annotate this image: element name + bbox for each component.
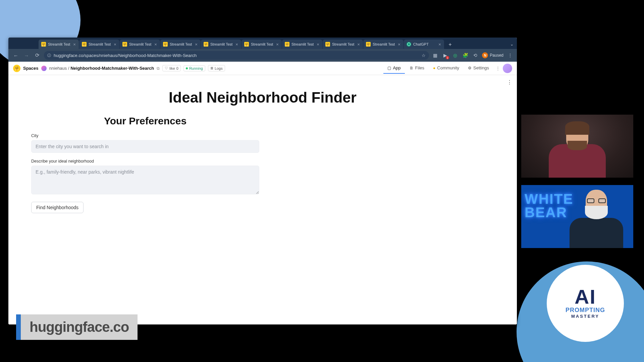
close-tab-icon[interactable]: ×: [113, 42, 117, 47]
breadcrumb[interactable]: nniehaus / Neighborhood-Matchmaker-With-…: [49, 66, 154, 71]
forward-button[interactable]: →: [22, 51, 31, 59]
extensions-icon[interactable]: 🧩: [462, 52, 469, 59]
browser-window: 🤗 Streamlit Test × 🤗 Streamlit Test × 🤗 …: [8, 38, 517, 324]
relaunch-icon[interactable]: ⟲: [472, 52, 479, 59]
tab-settings[interactable]: ⚙ Settings: [464, 63, 493, 74]
logs-label: Logs: [215, 66, 223, 70]
url-text: huggingface.co/spaces/nniehaus/Neighborh…: [54, 53, 197, 58]
browser-tab[interactable]: 🤗 Streamlit Test ×: [201, 40, 241, 49]
background-neon-sign: WHITE BEAR: [525, 192, 573, 219]
browser-tab[interactable]: 🤗 Streamlit Test ×: [282, 40, 322, 49]
close-tab-icon[interactable]: ×: [275, 42, 280, 47]
app-icon: ▢: [387, 66, 391, 70]
browser-tab[interactable]: ChatGPT ×: [404, 40, 444, 49]
files-icon: 🗎: [410, 66, 414, 70]
webcam-overlay-2: WHITE BEAR: [521, 185, 633, 248]
site-info-icon[interactable]: ⓘ: [47, 53, 51, 58]
gear-icon: ⚙: [468, 66, 472, 70]
extension-icon[interactable]: ▶: [442, 52, 448, 59]
preferences-column: Your Preferences City Describe your idea…: [31, 115, 259, 213]
profile-status: Paused: [490, 53, 503, 58]
hf-space-header: 🤗 Spaces nniehaus / Neighborhood-Matchma…: [8, 62, 517, 75]
brand-badge: AI PROMPTING MASTERY: [547, 265, 624, 342]
more-menu-icon[interactable]: ⋮: [494, 64, 502, 72]
tab-title: Streamlit Test: [170, 42, 193, 46]
close-tab-icon[interactable]: ×: [72, 42, 77, 47]
nav-label: Files: [415, 65, 424, 70]
tab-title: Streamlit Test: [129, 42, 152, 46]
browser-tab[interactable]: 🤗 Streamlit Test ×: [79, 40, 119, 49]
chatgpt-favicon-icon: [407, 42, 411, 47]
close-tab-icon[interactable]: ×: [316, 42, 320, 47]
webcam-frame: WHITE BEAR: [521, 185, 633, 248]
bookmark-star-icon[interactable]: ☆: [422, 53, 426, 58]
close-tab-icon[interactable]: ×: [397, 42, 401, 47]
badge-line-3: MASTERY: [571, 314, 599, 319]
streamlit-menu-icon[interactable]: ⋮: [507, 79, 512, 85]
hf-favicon-icon: 🤗: [244, 42, 249, 47]
find-neighborhoods-button[interactable]: Find Neighborhoods: [31, 202, 84, 213]
back-button[interactable]: ←: [12, 51, 20, 59]
close-tab-icon[interactable]: ×: [234, 42, 239, 47]
description-input[interactable]: [31, 166, 259, 194]
repo-name[interactable]: Neighborhood-Matchmaker-With-Search: [70, 66, 154, 71]
profile-chip[interactable]: N Paused: [482, 52, 503, 58]
hf-favicon-icon: 🤗: [325, 42, 330, 47]
webcam-overlay-1: [521, 115, 633, 178]
tab-files[interactable]: 🗎 Files: [406, 63, 428, 74]
badge-line-2: PROMPTING: [566, 307, 605, 314]
reload-button[interactable]: ⟳: [33, 51, 41, 59]
tab-title: Streamlit Test: [332, 42, 355, 46]
user-avatar-icon: [41, 66, 47, 71]
tab-title: Streamlit Test: [373, 42, 395, 46]
status-text: Running: [189, 66, 203, 70]
hf-favicon-icon: 🤗: [366, 42, 371, 47]
close-tab-icon[interactable]: ×: [437, 42, 442, 47]
city-field: City: [31, 133, 259, 153]
copy-icon[interactable]: ⧉: [157, 66, 160, 71]
hf-logo-icon[interactable]: 🤗: [13, 65, 20, 72]
like-button[interactable]: ♡ like 0: [162, 65, 181, 71]
browser-tab[interactable]: 🤗 Streamlit Test ×: [323, 40, 363, 49]
tab-title: Streamlit Test: [291, 42, 314, 46]
logs-button[interactable]: ≣ Logs: [208, 65, 225, 71]
page-title: Ideal Neighborhood Finder: [31, 89, 494, 106]
hf-nav: ▢ App 🗎 Files ● Community ⚙ Settings ⋮: [383, 63, 512, 74]
tabs-dropdown-icon[interactable]: ⌄: [507, 40, 517, 49]
toolbar-right: ▦ ▶ ◎ 🧩 ⟲ N Paused ⋮: [432, 52, 514, 59]
webcam-frame: [521, 115, 633, 178]
section-heading: Your Preferences: [31, 115, 259, 127]
hf-favicon-icon: 🤗: [82, 42, 87, 47]
logs-icon: ≣: [210, 66, 213, 70]
close-tab-icon[interactable]: ×: [153, 42, 158, 47]
extension-icon[interactable]: ◎: [452, 52, 459, 59]
browser-tab[interactable]: 🤗 Streamlit Test ×: [39, 40, 79, 49]
person-silhouette: [549, 121, 606, 178]
status-dot-icon: [186, 67, 188, 69]
city-label: City: [31, 133, 259, 138]
tab-title: Streamlit Test: [210, 42, 233, 46]
owner-name[interactable]: nniehaus: [49, 66, 67, 71]
close-tab-icon[interactable]: ×: [194, 42, 199, 47]
close-tab-icon[interactable]: ×: [356, 42, 361, 47]
community-icon: ●: [433, 66, 435, 70]
city-input[interactable]: [31, 140, 259, 153]
person-silhouette: [570, 188, 623, 248]
tab-community[interactable]: ● Community: [429, 63, 463, 74]
hf-section-label[interactable]: Spaces: [23, 66, 39, 71]
hf-favicon-icon: 🤗: [122, 42, 127, 47]
new-tab-button[interactable]: +: [446, 40, 454, 49]
address-bar[interactable]: ⓘ huggingface.co/spaces/nniehaus/Neighbo…: [44, 51, 429, 60]
browser-tab[interactable]: 🤗 Streamlit Test ×: [241, 40, 282, 49]
status-badge: Running: [183, 65, 205, 71]
browser-tab[interactable]: 🤗 Streamlit Test ×: [120, 40, 160, 49]
banner-accent-bar: [16, 314, 21, 340]
browser-tab[interactable]: 🤗 Streamlit Test ×: [363, 40, 404, 49]
browser-menu-icon[interactable]: ⋮: [507, 52, 514, 59]
browser-tab[interactable]: 🤗 Streamlit Test ×: [160, 40, 201, 49]
tab-title: Streamlit Test: [251, 42, 274, 46]
extension-icon[interactable]: ▦: [432, 52, 438, 59]
tab-title: ChatGPT: [413, 42, 436, 46]
user-avatar[interactable]: [503, 64, 512, 73]
tab-app[interactable]: ▢ App: [383, 63, 405, 74]
